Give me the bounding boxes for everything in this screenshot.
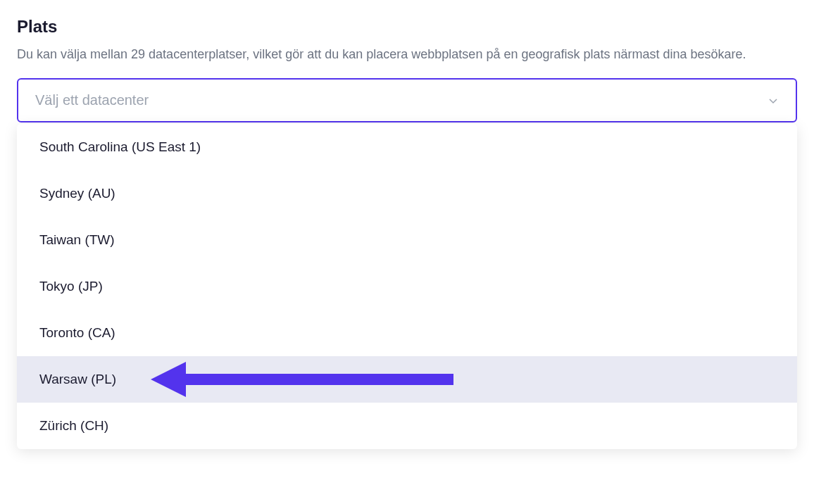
dropdown-option-sydney[interactable]: Sydney (AU) <box>17 170 797 217</box>
datacenter-dropdown: South Carolina (US East 1) Sydney (AU) T… <box>17 124 797 449</box>
option-label: Zürich (CH) <box>39 418 108 433</box>
option-label: Taiwan (TW) <box>39 232 115 247</box>
datacenter-select[interactable]: Välj ett datacenter <box>17 78 797 122</box>
svg-marker-0 <box>151 362 453 397</box>
dropdown-option-toronto[interactable]: Toronto (CA) <box>17 310 797 356</box>
option-label: Sydney (AU) <box>39 186 115 201</box>
dropdown-option-warsaw[interactable]: Warsaw (PL) <box>17 356 797 403</box>
dropdown-option-zurich[interactable]: Zürich (CH) <box>17 403 797 449</box>
option-label: Warsaw (PL) <box>39 372 116 386</box>
arrow-annotation <box>151 362 453 397</box>
option-label: Toronto (CA) <box>39 325 115 340</box>
option-label: Tokyo (JP) <box>39 279 103 294</box>
section-title: Plats <box>17 17 797 37</box>
dropdown-option-tokyo[interactable]: Tokyo (JP) <box>17 263 797 310</box>
dropdown-option-south-carolina[interactable]: South Carolina (US East 1) <box>17 124 797 170</box>
dropdown-option-taiwan[interactable]: Taiwan (TW) <box>17 217 797 263</box>
option-label: South Carolina (US East 1) <box>39 139 201 154</box>
chevron-down-icon <box>768 95 779 106</box>
select-placeholder: Välj ett datacenter <box>35 92 149 108</box>
datacenter-select-wrapper: Välj ett datacenter South Carolina (US E… <box>17 78 797 122</box>
section-description: Du kan välja mellan 29 datacenterplatser… <box>17 45 791 64</box>
